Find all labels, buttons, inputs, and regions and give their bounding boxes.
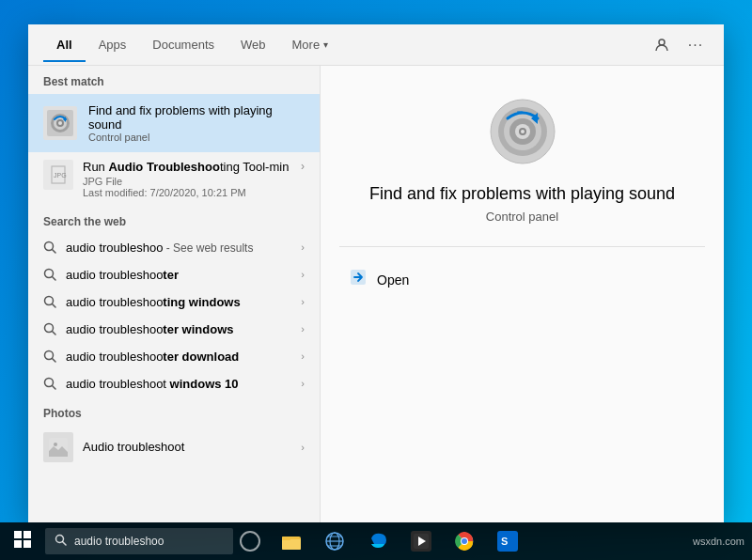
- search-icon-web: [43, 241, 56, 254]
- sound-troubleshooter-icon: [489, 98, 556, 165]
- svg-point-5: [58, 121, 62, 125]
- svg-line-21: [53, 386, 56, 390]
- svg-rect-37: [24, 540, 31, 548]
- web-item-6-text: audio troubleshoot windows 10: [66, 377, 301, 391]
- svg-line-11: [53, 250, 56, 254]
- taskbar-network[interactable]: [314, 522, 355, 560]
- best-match-title: Find and fix problems with playing sound: [88, 103, 305, 132]
- web-item-4-text: audio troubleshooter windows: [66, 322, 301, 336]
- tab-web[interactable]: Web: [227, 28, 279, 61]
- svg-point-23: [54, 443, 57, 446]
- svg-line-17: [53, 332, 56, 335]
- web-arrow-6: ›: [301, 378, 305, 389]
- tab-documents[interactable]: Documents: [139, 28, 227, 61]
- web-arrow-1: ›: [301, 241, 305, 253]
- web-item-2-text: audio troubleshooter: [66, 268, 301, 282]
- chrome-icon: [454, 531, 475, 552]
- best-match-label: Best match: [28, 66, 320, 94]
- web-arrow-4: ›: [301, 323, 305, 334]
- file-result-item[interactable]: JPG Run Audio Troubleshooting Tool-min J…: [28, 152, 320, 206]
- web-arrow-3: ›: [301, 296, 305, 307]
- web-arrow-5: ›: [301, 350, 305, 362]
- tabs-bar: All Apps Documents Web More ▾: [28, 24, 724, 66]
- desktop: All Apps Documents Web More ▾: [0, 0, 752, 560]
- detail-subtitle: Control panel: [486, 210, 558, 224]
- svg-rect-42: [282, 537, 290, 540]
- best-match-icon: [43, 106, 77, 140]
- search-icon-web-5: [43, 350, 56, 363]
- detail-title: Find and fix problems with playing sound: [369, 184, 675, 204]
- web-item-1-text: audio troubleshoo - See web results: [66, 241, 301, 255]
- best-match-subtitle: Control panel: [88, 132, 305, 143]
- file-explorer-icon: [281, 531, 302, 552]
- web-arrow-2: ›: [301, 269, 305, 280]
- network-icon: [324, 531, 345, 552]
- open-icon: [349, 268, 368, 291]
- edge-icon: [368, 531, 388, 552]
- web-item-4[interactable]: audio troubleshooter windows ›: [28, 316, 320, 343]
- taskbar-app6[interactable]: S: [487, 522, 528, 560]
- svg-rect-41: [282, 539, 301, 550]
- open-action[interactable]: Open: [339, 262, 705, 297]
- taskbar-apps: S: [271, 522, 528, 560]
- app6-icon: S: [497, 531, 518, 552]
- photo-arrow: ›: [301, 442, 305, 453]
- right-panel: Find and fix problems with playing sound…: [320, 66, 724, 522]
- web-item-5-text: audio troubleshooter download: [66, 350, 301, 364]
- media-icon: [411, 531, 431, 552]
- taskbar-edge[interactable]: [357, 522, 399, 560]
- taskbar: audio troubleshoo: [0, 522, 752, 560]
- start-button[interactable]: [0, 522, 45, 560]
- web-item-6[interactable]: audio troubleshoot windows 10 ›: [28, 370, 320, 397]
- web-item-5[interactable]: audio troubleshooter download ›: [28, 343, 320, 370]
- taskbar-search-box[interactable]: audio troubleshoo: [45, 528, 233, 554]
- photo-item[interactable]: Audio troubleshoot ›: [28, 426, 320, 469]
- svg-line-39: [63, 542, 67, 546]
- tab-apps[interactable]: Apps: [86, 28, 140, 61]
- detail-icon: [485, 94, 560, 169]
- photos-label: Photos: [28, 397, 320, 426]
- taskbar-media[interactable]: [400, 522, 442, 560]
- ellipsis-icon[interactable]: ···: [682, 32, 709, 58]
- windows-icon: [14, 531, 31, 552]
- taskbar-search-icon: [55, 534, 67, 549]
- search-icon-web-2: [43, 268, 56, 281]
- cortana-button[interactable]: [233, 524, 267, 558]
- svg-line-15: [53, 304, 56, 308]
- search-icon-web-3: [43, 295, 56, 308]
- photo-icon: [43, 432, 73, 462]
- taskbar-chrome[interactable]: [444, 522, 485, 560]
- file-date: Last modified: 7/20/2020, 10:21 PM: [83, 187, 301, 198]
- best-match-text: Find and fix problems with playing sound…: [88, 103, 305, 143]
- web-item-2[interactable]: audio troubleshooter ›: [28, 261, 320, 288]
- tab-all[interactable]: All: [43, 28, 86, 61]
- tabs-icons: ···: [649, 32, 709, 58]
- search-icon-web-4: [43, 322, 56, 335]
- tab-more[interactable]: More ▾: [279, 28, 342, 61]
- file-name: Run Audio Troubleshooting Tool-min: [83, 160, 301, 176]
- main-content: Best match: [28, 66, 724, 522]
- person-icon[interactable]: [649, 32, 675, 58]
- file-result-arrow: ›: [301, 160, 305, 173]
- svg-text:S: S: [501, 536, 508, 547]
- photo-item-text: Audio troubleshoot: [83, 440, 301, 454]
- taskbar-file-explorer[interactable]: [271, 522, 312, 560]
- svg-rect-32: [517, 111, 523, 114]
- svg-line-13: [53, 277, 56, 281]
- web-item-3[interactable]: audio troubleshooting windows ›: [28, 288, 320, 316]
- svg-point-52: [462, 538, 467, 544]
- best-match-item[interactable]: Find and fix problems with playing sound…: [28, 94, 320, 152]
- cortana-icon: [240, 531, 260, 552]
- taskbar-search-text: audio troubleshoo: [74, 535, 164, 548]
- search-icon-web-6: [43, 377, 56, 390]
- web-item-1[interactable]: audio troubleshoo - See web results ›: [28, 234, 320, 261]
- open-label: Open: [377, 272, 409, 288]
- svg-rect-35: [24, 531, 31, 538]
- taskbar-right: wsxdn.com: [693, 536, 752, 547]
- search-window: All Apps Documents Web More ▾: [28, 24, 724, 522]
- svg-point-30: [521, 130, 525, 133]
- svg-rect-36: [14, 540, 22, 548]
- left-panel: Best match: [28, 66, 320, 522]
- web-item-3-text: audio troubleshooting windows: [66, 295, 301, 309]
- taskbar-branding: wsxdn.com: [693, 536, 744, 547]
